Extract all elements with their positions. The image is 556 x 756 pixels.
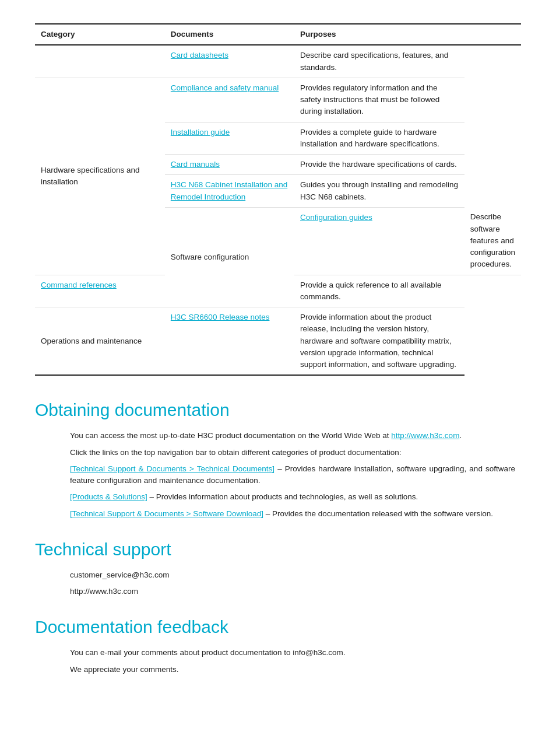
feedback-para1: You can e-mail your comments about produ… — [70, 647, 515, 659]
feedback-para2: We appreciate your comments. — [70, 664, 515, 676]
link-products-solutions[interactable]: [Products & Solutions] — [70, 492, 147, 501]
link-sr6600-release-notes[interactable]: H3C SR6600 Release notes — [171, 313, 270, 321]
obtaining-documentation-body: You can access the most up-to-date H3C p… — [35, 430, 521, 520]
cell-purpose: Guides you through installing and remode… — [294, 175, 464, 208]
documentation-feedback-heading: Documentation feedback — [35, 614, 521, 640]
cell-purpose: Provide the hardware specifications of c… — [294, 155, 464, 175]
cell-document[interactable]: H3C SR6600 Release notes — [165, 307, 294, 376]
cell-purpose: Provide a quick reference to all availab… — [294, 275, 464, 307]
technical-support-website: http://www.h3c.com — [70, 586, 515, 597]
cell-document[interactable]: Command references — [35, 275, 165, 307]
cell-document[interactable]: Card datasheets — [165, 45, 294, 78]
documents-table: Category Documents Purposes Card datashe… — [35, 23, 521, 376]
cell-category: Hardware specifications and installation — [35, 78, 165, 275]
cell-document[interactable]: H3C N68 Cabinet Installation and Remodel… — [165, 175, 294, 208]
link-command-references[interactable]: Command references — [41, 281, 117, 289]
technical-support-body: customer_service@h3c.com http://www.h3c.… — [35, 569, 521, 598]
cell-document[interactable]: Configuration guides — [294, 207, 464, 275]
cell-purpose: Provide information about the product re… — [294, 307, 464, 376]
cell-purpose: Provides a complete guide to hardware in… — [294, 122, 464, 155]
documentation-feedback-body: You can e-mail your comments about produ… — [35, 647, 521, 676]
cell-purpose: Describe software features and configura… — [464, 207, 521, 275]
technical-support-email: customer_service@h3c.com — [70, 569, 515, 581]
cell-document[interactable]: Installation guide — [165, 122, 294, 155]
cell-category — [35, 45, 165, 78]
link-installation-guide[interactable]: Installation guide — [171, 128, 230, 136]
obtaining-link3-line: [Technical Support & Documents > Softwar… — [70, 508, 515, 520]
technical-support-heading: Technical support — [35, 536, 521, 562]
link-card-manuals[interactable]: Card manuals — [171, 160, 220, 169]
obtaining-para1: You can access the most up-to-date H3C p… — [70, 430, 515, 442]
link-h3c-website[interactable]: http://www.h3c.com — [391, 431, 459, 440]
cell-category: Software configuration — [165, 207, 294, 307]
link-h3c-n68[interactable]: H3C N68 Cabinet Installation and Remodel… — [171, 180, 287, 201]
obtaining-link1-line: [Technical Support & Documents > Technic… — [70, 463, 515, 487]
link-compliance-safety[interactable]: Compliance and safety manual — [171, 83, 279, 92]
cell-category: Operations and maintenance — [35, 307, 165, 376]
link-card-datasheets[interactable]: Card datasheets — [171, 51, 228, 60]
obtaining-link2-line: [Products & Solutions] – Provides inform… — [70, 491, 515, 503]
table-row: Card datasheets Describe card specificat… — [35, 45, 521, 78]
col-header-documents: Documents — [165, 24, 294, 45]
col-header-purposes: Purposes — [294, 24, 464, 45]
table-row: Operations and maintenance H3C SR6600 Re… — [35, 307, 521, 376]
cell-purpose: Describe card specifications, features, … — [294, 45, 464, 78]
link-configuration-guides[interactable]: Configuration guides — [300, 213, 372, 222]
cell-document[interactable]: Card manuals — [165, 155, 294, 175]
cell-purpose: Provides regulatory information and the … — [294, 78, 464, 122]
col-header-category: Category — [35, 24, 165, 45]
link-tech-support-docs[interactable]: [Technical Support & Documents > Technic… — [70, 464, 275, 473]
obtaining-documentation-heading: Obtaining documentation — [35, 397, 521, 423]
link-software-download[interactable]: [Technical Support & Documents > Softwar… — [70, 509, 263, 518]
obtaining-para2: Click the links on the top navigation ba… — [70, 447, 515, 459]
cell-document[interactable]: Compliance and safety manual — [165, 78, 294, 122]
table-row: Hardware specifications and installation… — [35, 78, 521, 122]
